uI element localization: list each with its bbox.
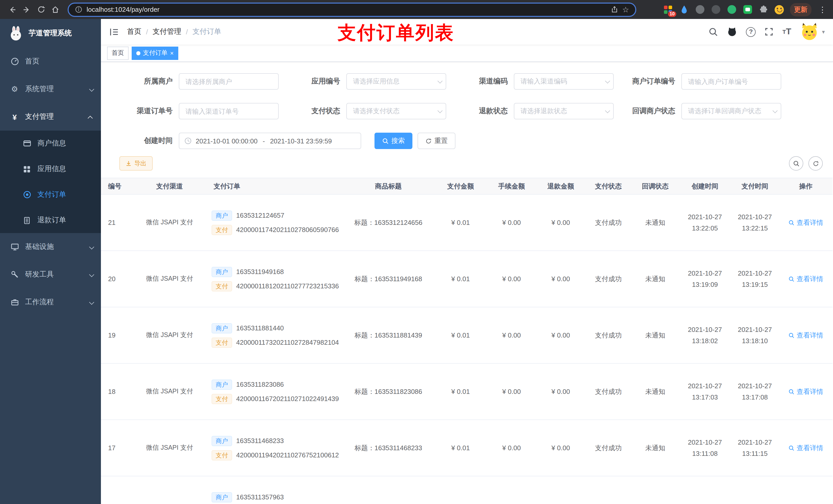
channel-pay-no: 4200001181202110277723215336 xyxy=(236,282,339,290)
goods-title-cell: 标题：1635311823086 xyxy=(343,363,434,420)
sidebar-fold-icon[interactable] xyxy=(109,27,119,37)
search-button[interactable]: 搜索 xyxy=(375,133,412,149)
view-detail-link[interactable]: 查看详情 xyxy=(788,218,823,227)
refund-amount-cell: ¥ 0.00 xyxy=(536,307,586,363)
browser-update-button[interactable]: 更新 xyxy=(790,3,811,16)
tab-home[interactable]: 首页 xyxy=(107,46,128,60)
sidebar-item-infra[interactable]: 基础设施 xyxy=(0,233,101,261)
merchant-order-no: 1635311357963 xyxy=(236,493,284,501)
font-size-icon[interactable]: TT xyxy=(783,27,791,37)
merchant-order-filter-label: 商户订单编号 xyxy=(614,77,681,86)
chevron-down-icon xyxy=(89,243,93,251)
tab-pay-order[interactable]: 支付订单 × xyxy=(132,46,178,60)
sidebar-item-merchant-info[interactable]: 商户信息 xyxy=(0,130,101,156)
briefcase-icon xyxy=(10,298,19,306)
grid-icon xyxy=(23,165,31,173)
channel-code-filter-select[interactable]: 请输入渠道编码 xyxy=(514,73,614,90)
app-logo[interactable]: 芋道管理系统 xyxy=(0,19,101,48)
sidebar-item-system[interactable]: ⚙ 系统管理 xyxy=(0,75,101,103)
chat-extension-icon[interactable] xyxy=(742,4,753,15)
merchant-tag: 商户 xyxy=(212,323,232,333)
gear-icon: ⚙ xyxy=(10,85,19,94)
pay-time-cell: 2021-10-2713:19:15 xyxy=(731,251,779,307)
browser-home-button[interactable] xyxy=(48,2,63,17)
github-icon[interactable] xyxy=(727,27,737,37)
sidebar-item-pay-order[interactable]: 支付订单 xyxy=(0,182,101,208)
refund-status-filter-select[interactable]: 请选择退款状态 xyxy=(514,103,614,119)
merchant-order-filter-input[interactable] xyxy=(681,73,781,90)
col-header-create-time: 创建时间 xyxy=(679,178,731,194)
water-drop-icon[interactable] xyxy=(679,4,689,15)
pay-channel-cell: 微信 JSAPI 支付 xyxy=(141,420,198,476)
pay-order-cell: 商户1635311881440 支付4200001173202110272847… xyxy=(198,307,343,363)
notify-status-filter-select[interactable]: 请选择订单回调商户状态 xyxy=(681,103,781,119)
browser-reload-button[interactable] xyxy=(34,2,48,17)
help-icon[interactable]: ? xyxy=(746,27,756,37)
view-detail-link[interactable]: 查看详情 xyxy=(788,331,823,340)
search-icon[interactable] xyxy=(709,27,718,37)
close-icon[interactable]: × xyxy=(170,50,174,56)
tab-label: 支付订单 xyxy=(143,49,168,57)
sidebar-item-workflow[interactable]: 工作流程 xyxy=(0,288,101,316)
profile-avatar[interactable] xyxy=(774,4,784,15)
extension-dot-icon-1[interactable] xyxy=(695,4,705,15)
sidebar: 芋道管理系统 首页 ⚙ 系统管理 ¥ 支付管理 xyxy=(0,19,101,504)
pay-channel-cell: 微信 JSAPI 支付 xyxy=(141,251,198,307)
sidebar-item-refund-order[interactable]: 退款订单 xyxy=(0,208,101,233)
channel-order-filter-input[interactable] xyxy=(179,103,279,119)
channel-pay-no: 4200001174202110278060590766 xyxy=(236,226,339,234)
pay-status-cell: 支付成功 xyxy=(586,307,631,363)
pay-order-cell: 商户1635311357963 支付 xyxy=(198,476,343,504)
sidebar-item-app-info[interactable]: 应用信息 xyxy=(0,156,101,182)
action-cell: 查看详情 xyxy=(779,420,832,476)
pikachu-avatar-icon xyxy=(800,22,819,42)
col-header-action: 操作 xyxy=(779,178,832,194)
sidebar-item-dev-tools[interactable]: 研发工具 xyxy=(0,261,101,288)
bookmark-star-icon[interactable]: ☆ xyxy=(622,5,629,14)
date-range-picker[interactable]: 2021-10-01 00:00:00 - 2021-10-31 23:59:5… xyxy=(179,133,361,149)
view-detail-link[interactable]: 查看详情 xyxy=(788,387,823,396)
toggle-search-button[interactable] xyxy=(789,156,803,171)
user-avatar[interactable]: ▾ xyxy=(800,22,825,42)
pay-status-cell: 支付成功 xyxy=(586,251,631,307)
url-text[interactable]: localhost:1024/pay/order xyxy=(87,6,606,13)
pay-status-filter-select[interactable]: 请选择支付状态 xyxy=(346,103,446,119)
sidebar-item-home[interactable]: 首页 xyxy=(0,48,101,75)
fullscreen-icon[interactable] xyxy=(765,27,774,37)
reset-button[interactable]: 重置 xyxy=(418,133,455,149)
fee-amount-cell: ¥ 0.00 xyxy=(487,194,536,251)
extensions-puzzle-icon[interactable] xyxy=(758,4,768,15)
browser-forward-button[interactable] xyxy=(20,2,34,17)
pay-amount-cell xyxy=(434,476,487,504)
breadcrumb-home[interactable]: 首页 xyxy=(127,27,141,37)
notify-status-cell: 未通知 xyxy=(631,251,679,307)
browser-menu-icon[interactable]: ⋮ xyxy=(817,5,828,14)
address-bar[interactable]: localhost:1024/pay/order ☆ xyxy=(68,2,636,17)
order-id-cell xyxy=(101,476,141,504)
pay-tag: 支付 xyxy=(212,337,232,347)
app-filter-select[interactable]: 请选择应用信息 xyxy=(346,73,446,90)
view-detail-link[interactable]: 查看详情 xyxy=(788,443,823,453)
screen: localhost:1024/pay/order ☆ 10 更新 ⋮ xyxy=(0,0,833,504)
refresh-table-button[interactable] xyxy=(808,156,823,171)
extension-dot-icon-2[interactable] xyxy=(711,4,721,15)
view-detail-link[interactable]: 查看详情 xyxy=(788,274,823,284)
browser-back-button[interactable] xyxy=(5,2,20,17)
tab-label: 首页 xyxy=(112,49,124,57)
channel-order-filter-label: 渠道订单号 xyxy=(111,106,179,116)
goods-title-cell: 标题：1635311949168 xyxy=(343,251,434,307)
fee-amount-cell: ¥ 0.00 xyxy=(487,251,536,307)
breadcrumb-pay[interactable]: 支付管理 xyxy=(153,27,181,37)
magnifier-icon xyxy=(788,388,794,394)
green-circle-extension-icon[interactable] xyxy=(727,4,737,15)
export-button[interactable]: 导出 xyxy=(119,156,153,171)
sidebar-item-pay[interactable]: ¥ 支付管理 xyxy=(0,103,101,130)
top-navbar: 首页 / 支付管理 / 支付订单 ? xyxy=(101,19,833,45)
sidebar-item-label: 支付订单 xyxy=(38,190,66,199)
share-icon[interactable] xyxy=(611,6,618,13)
site-info-icon[interactable] xyxy=(75,6,82,13)
extensions-grid-icon[interactable]: 10 xyxy=(663,4,673,15)
merchant-filter-input[interactable] xyxy=(179,73,279,90)
create-time-cell xyxy=(679,476,731,504)
goods-title-cell: 标题：1635311468233 xyxy=(343,420,434,476)
